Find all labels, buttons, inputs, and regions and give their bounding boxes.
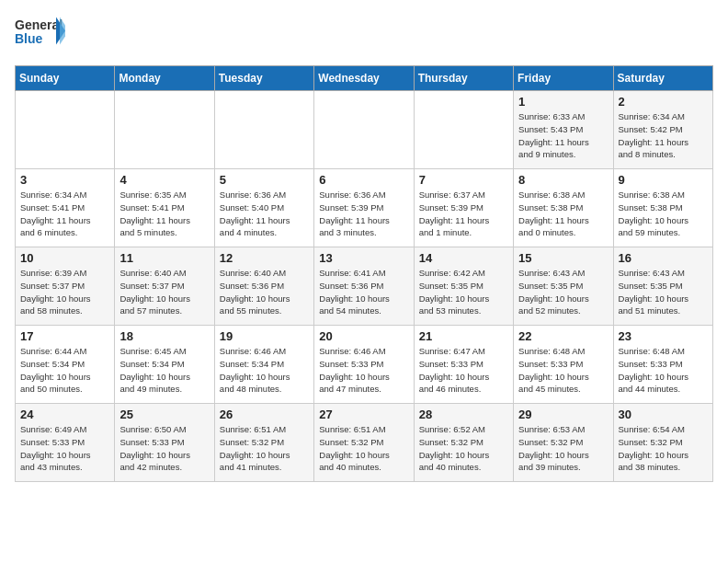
day-number: 15 (518, 251, 608, 265)
calendar-cell: 21Sunrise: 6:47 AMSunset: 5:33 PMDayligh… (414, 326, 513, 404)
cell-info: Sunrise: 6:51 AMSunset: 5:32 PMDaylight:… (220, 423, 309, 474)
cell-info: Sunrise: 6:36 AMSunset: 5:40 PMDaylight:… (220, 189, 309, 239)
calendar-cell: 14Sunrise: 6:42 AMSunset: 5:35 PMDayligh… (414, 247, 513, 326)
calendar-cell: 4Sunrise: 6:35 AMSunset: 5:41 PMDaylight… (115, 169, 214, 247)
calendar-cell: 5Sunrise: 6:36 AMSunset: 5:40 PMDaylight… (214, 169, 313, 247)
calendar-cell: 7Sunrise: 6:37 AMSunset: 5:39 PMDaylight… (414, 169, 513, 247)
day-number: 8 (518, 173, 608, 187)
day-number: 7 (419, 173, 508, 187)
calendar-week-row: 3Sunrise: 6:34 AMSunset: 5:41 PMDaylight… (16, 169, 713, 247)
day-number: 28 (419, 408, 508, 421)
cell-info: Sunrise: 6:40 AMSunset: 5:37 PMDaylight:… (119, 267, 209, 317)
day-number: 18 (119, 329, 209, 343)
weekday-header: Wednesday (314, 66, 414, 91)
cell-info: Sunrise: 6:36 AMSunset: 5:39 PMDaylight:… (319, 189, 408, 239)
cell-info: Sunrise: 6:50 AMSunset: 5:33 PMDaylight:… (119, 423, 209, 474)
calendar-cell: 18Sunrise: 6:45 AMSunset: 5:34 PMDayligh… (115, 326, 214, 404)
calendar-cell: 26Sunrise: 6:51 AMSunset: 5:32 PMDayligh… (214, 404, 313, 482)
day-number: 25 (119, 408, 209, 421)
calendar-cell (314, 91, 414, 169)
svg-text:General: General (15, 17, 63, 32)
weekday-header: Monday (115, 66, 214, 91)
calendar-cell: 30Sunrise: 6:54 AMSunset: 5:32 PMDayligh… (613, 404, 712, 482)
cell-info: Sunrise: 6:34 AMSunset: 5:41 PMDaylight:… (20, 189, 109, 239)
day-number: 17 (20, 329, 109, 343)
cell-info: Sunrise: 6:43 AMSunset: 5:35 PMDaylight:… (518, 267, 608, 317)
calendar-cell: 17Sunrise: 6:44 AMSunset: 5:34 PMDayligh… (16, 326, 115, 404)
page-header: General Blue (15, 15, 713, 56)
calendar-cell: 22Sunrise: 6:48 AMSunset: 5:33 PMDayligh… (514, 326, 613, 404)
calendar-cell: 10Sunrise: 6:39 AMSunset: 5:37 PMDayligh… (16, 247, 115, 326)
calendar-cell: 12Sunrise: 6:40 AMSunset: 5:36 PMDayligh… (214, 247, 313, 326)
logo: General Blue (15, 15, 65, 56)
calendar-cell: 11Sunrise: 6:40 AMSunset: 5:37 PMDayligh… (115, 247, 214, 326)
calendar-cell: 1Sunrise: 6:33 AMSunset: 5:43 PMDaylight… (514, 91, 613, 169)
cell-info: Sunrise: 6:43 AMSunset: 5:35 PMDaylight:… (619, 267, 708, 317)
calendar-cell: 20Sunrise: 6:46 AMSunset: 5:33 PMDayligh… (314, 326, 414, 404)
logo-svg: General Blue (15, 15, 65, 56)
cell-info: Sunrise: 6:48 AMSunset: 5:33 PMDaylight:… (619, 345, 708, 396)
calendar-cell: 25Sunrise: 6:50 AMSunset: 5:33 PMDayligh… (115, 404, 214, 482)
cell-info: Sunrise: 6:45 AMSunset: 5:34 PMDaylight:… (119, 345, 209, 396)
calendar-cell: 15Sunrise: 6:43 AMSunset: 5:35 PMDayligh… (514, 247, 613, 326)
weekday-header: Friday (514, 66, 613, 91)
calendar-cell: 2Sunrise: 6:34 AMSunset: 5:42 PMDaylight… (613, 91, 712, 169)
weekday-header-row: SundayMondayTuesdayWednesdayThursdayFrid… (16, 66, 713, 91)
day-number: 29 (518, 408, 608, 421)
cell-info: Sunrise: 6:41 AMSunset: 5:36 PMDaylight:… (319, 267, 408, 317)
day-number: 26 (220, 408, 309, 421)
day-number: 14 (419, 251, 508, 265)
cell-info: Sunrise: 6:39 AMSunset: 5:37 PMDaylight:… (20, 267, 109, 317)
day-number: 1 (518, 95, 608, 109)
weekday-header: Tuesday (214, 66, 313, 91)
cell-info: Sunrise: 6:52 AMSunset: 5:32 PMDaylight:… (419, 423, 508, 474)
calendar-table: SundayMondayTuesdayWednesdayThursdayFrid… (15, 65, 713, 482)
day-number: 2 (619, 95, 708, 109)
day-number: 12 (220, 251, 309, 265)
cell-info: Sunrise: 6:48 AMSunset: 5:33 PMDaylight:… (518, 345, 608, 396)
calendar-week-row: 10Sunrise: 6:39 AMSunset: 5:37 PMDayligh… (16, 247, 713, 326)
cell-info: Sunrise: 6:54 AMSunset: 5:32 PMDaylight:… (619, 423, 708, 474)
svg-text:Blue: Blue (15, 31, 43, 46)
calendar-cell (16, 91, 115, 169)
day-number: 20 (319, 329, 408, 343)
cell-info: Sunrise: 6:42 AMSunset: 5:35 PMDaylight:… (419, 267, 508, 317)
calendar-cell (214, 91, 313, 169)
day-number: 21 (419, 329, 508, 343)
cell-info: Sunrise: 6:47 AMSunset: 5:33 PMDaylight:… (419, 345, 508, 396)
day-number: 3 (20, 173, 109, 187)
calendar-week-row: 24Sunrise: 6:49 AMSunset: 5:33 PMDayligh… (16, 404, 713, 482)
calendar-cell (414, 91, 513, 169)
cell-info: Sunrise: 6:49 AMSunset: 5:33 PMDaylight:… (20, 423, 109, 474)
day-number: 30 (619, 408, 708, 421)
calendar-cell: 8Sunrise: 6:38 AMSunset: 5:38 PMDaylight… (514, 169, 613, 247)
cell-info: Sunrise: 6:40 AMSunset: 5:36 PMDaylight:… (220, 267, 309, 317)
day-number: 22 (518, 329, 608, 343)
day-number: 24 (20, 408, 109, 421)
cell-info: Sunrise: 6:51 AMSunset: 5:32 PMDaylight:… (319, 423, 408, 474)
calendar-week-row: 1Sunrise: 6:33 AMSunset: 5:43 PMDaylight… (16, 91, 713, 169)
calendar-cell: 29Sunrise: 6:53 AMSunset: 5:32 PMDayligh… (514, 404, 613, 482)
calendar-cell: 27Sunrise: 6:51 AMSunset: 5:32 PMDayligh… (314, 404, 414, 482)
calendar-cell: 3Sunrise: 6:34 AMSunset: 5:41 PMDaylight… (16, 169, 115, 247)
calendar-cell: 24Sunrise: 6:49 AMSunset: 5:33 PMDayligh… (16, 404, 115, 482)
cell-info: Sunrise: 6:53 AMSunset: 5:32 PMDaylight:… (518, 423, 608, 474)
weekday-header: Thursday (414, 66, 513, 91)
calendar-cell: 19Sunrise: 6:46 AMSunset: 5:34 PMDayligh… (214, 326, 313, 404)
calendar-cell: 13Sunrise: 6:41 AMSunset: 5:36 PMDayligh… (314, 247, 414, 326)
calendar-cell (115, 91, 214, 169)
day-number: 11 (119, 251, 209, 265)
calendar-cell: 9Sunrise: 6:38 AMSunset: 5:38 PMDaylight… (613, 169, 712, 247)
day-number: 4 (119, 173, 209, 187)
weekday-header: Saturday (613, 66, 712, 91)
day-number: 16 (619, 251, 708, 265)
cell-info: Sunrise: 6:46 AMSunset: 5:33 PMDaylight:… (319, 345, 408, 396)
day-number: 13 (319, 251, 408, 265)
cell-info: Sunrise: 6:44 AMSunset: 5:34 PMDaylight:… (20, 345, 109, 396)
cell-info: Sunrise: 6:33 AMSunset: 5:43 PMDaylight:… (518, 110, 608, 161)
day-number: 9 (619, 173, 708, 187)
day-number: 19 (220, 329, 309, 343)
day-number: 10 (20, 251, 109, 265)
calendar-cell: 6Sunrise: 6:36 AMSunset: 5:39 PMDaylight… (314, 169, 414, 247)
cell-info: Sunrise: 6:38 AMSunset: 5:38 PMDaylight:… (619, 189, 708, 239)
